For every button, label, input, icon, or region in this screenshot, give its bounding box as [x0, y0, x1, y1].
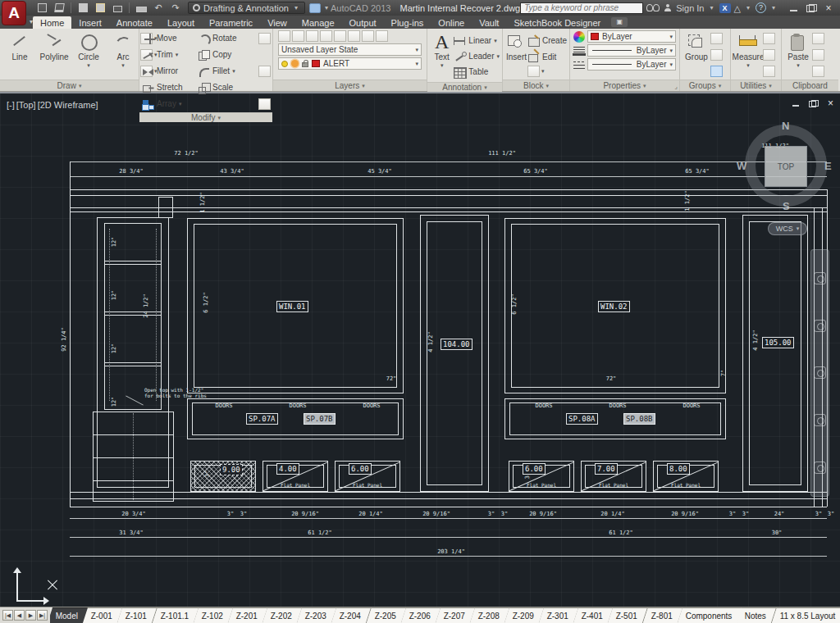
search-binoculars-icon[interactable]	[646, 4, 660, 12]
chevron-down-icon[interactable]: ▾	[746, 4, 750, 11]
minimize-icon[interactable]	[792, 100, 801, 107]
polyline-button[interactable]: Polyline	[37, 30, 71, 80]
layer-lock-button[interactable]	[362, 30, 374, 42]
fillet-button[interactable]: Fillet▾	[198, 63, 258, 79]
copy-button[interactable]: Copy	[198, 47, 258, 62]
undo-icon[interactable]: ↶	[151, 2, 166, 14]
layer-unisolate-button[interactable]	[320, 30, 332, 42]
linear-button[interactable]: Linear▾	[454, 33, 500, 48]
layer-match-button[interactable]	[292, 30, 304, 42]
navigation-wheel-icon[interactable]	[814, 272, 826, 284]
panel-launcher-icon[interactable]: ⌟	[674, 83, 678, 90]
scale-button[interactable]: Scale	[198, 80, 258, 95]
tab-online[interactable]: Online	[431, 16, 472, 29]
layer-off-button[interactable]	[348, 30, 360, 42]
autodesk-360-icon[interactable]: △	[734, 3, 741, 13]
help-icon[interactable]: ?	[756, 2, 766, 13]
tab-sketchbook-designer[interactable]: SketchBook Designer	[506, 16, 608, 29]
view-control[interactable]: [Top]	[16, 100, 36, 110]
tab-home[interactable]: Home	[33, 16, 71, 29]
leader-button[interactable]: Leader▾	[454, 48, 500, 64]
new-file-icon[interactable]	[34, 2, 49, 14]
layer-on-icon[interactable]	[281, 61, 288, 67]
tab-manage[interactable]: Manage	[294, 16, 342, 29]
print-icon[interactable]	[134, 2, 148, 14]
application-menu-button[interactable]: A ▾	[2, 1, 26, 25]
sketchbook-camera-icon[interactable]: ▣	[611, 17, 628, 27]
offset-button[interactable]	[258, 98, 271, 110]
group-edit-button[interactable]	[710, 49, 723, 61]
linetype-icon[interactable]	[573, 59, 585, 70]
lineweight-icon[interactable]	[573, 45, 585, 57]
panel-label-utilities[interactable]: Utilities▾	[731, 80, 781, 91]
layer-properties-button[interactable]	[278, 30, 290, 42]
copy-clip-button[interactable]	[812, 49, 824, 61]
sheet-tab-z-205[interactable]: Z-205	[367, 607, 407, 623]
lineweight-dropdown[interactable]: ByLayer ▾	[587, 44, 676, 57]
viewcube-south[interactable]: S	[783, 200, 790, 212]
redo-icon[interactable]: ↷	[168, 2, 183, 14]
table-button[interactable]: Table	[454, 64, 500, 80]
create-button[interactable]: Create	[527, 33, 567, 48]
layer-walk-button[interactable]	[376, 30, 388, 42]
layer-dropdown[interactable]: ALERT ▾	[278, 57, 422, 70]
viewcube-top-face[interactable]: TOP	[765, 146, 807, 187]
sheet-tab-z-101[interactable]: Z-101	[117, 607, 158, 623]
mirror-button[interactable]: Mirror	[142, 63, 196, 79]
chevron-down-icon[interactable]: ▾	[710, 4, 713, 11]
visual-style-control[interactable]: [2D Wireframe]	[38, 100, 98, 110]
rotate-button[interactable]: Rotate	[198, 30, 258, 46]
ungroup-button[interactable]	[710, 33, 723, 44]
insert-button[interactable]: Insert	[505, 30, 527, 80]
edit-button[interactable]: Edit	[527, 49, 567, 65]
group-selection-button[interactable]	[710, 66, 723, 77]
tab-parametric[interactable]: Parametric	[202, 16, 260, 29]
close-icon[interactable]: ×	[826, 100, 835, 107]
chevron-down-icon[interactable]: ▾	[772, 4, 775, 11]
tab-annotate[interactable]: Annotate	[109, 16, 160, 29]
stretch-button[interactable]: Stretch	[142, 80, 196, 95]
id-point-button[interactable]	[763, 66, 775, 77]
layer-thaw-icon[interactable]	[291, 60, 299, 67]
tab-plug-ins[interactable]: Plug-ins	[384, 16, 431, 29]
tab-output[interactable]: Output	[342, 16, 384, 29]
explode-button[interactable]	[258, 66, 271, 77]
tab-view[interactable]: View	[260, 16, 294, 29]
orbit-icon[interactable]	[814, 414, 826, 426]
next-tab-icon[interactable]: ▶	[25, 610, 36, 621]
prev-tab-icon[interactable]: ◀	[14, 610, 25, 621]
line-button[interactable]: Line	[2, 30, 37, 80]
text-button[interactable]: A Text ▾	[430, 30, 454, 82]
viewcube[interactable]: N W E S TOP	[743, 123, 829, 215]
sheet-tab-z-204[interactable]: Z-204	[331, 607, 372, 623]
layer-freeze-button[interactable]	[334, 30, 346, 42]
sheet-tab-z-501[interactable]: Z-501	[608, 607, 648, 623]
match-properties-button[interactable]	[812, 66, 824, 77]
model-space-canvas[interactable]: [-][Top][2D Wireframe] ×	[0, 93, 840, 607]
panel-label-layers[interactable]: Layers▾	[273, 80, 427, 91]
tab-insert[interactable]: Insert	[71, 16, 109, 29]
move-button[interactable]: Move	[142, 30, 196, 46]
array-button[interactable]: Array▾	[142, 96, 196, 111]
tab-layout[interactable]: Layout	[160, 16, 202, 29]
linetype-dropdown[interactable]: ByLayer ▾	[587, 58, 676, 70]
sheet-tab-components[interactable]: Components	[678, 607, 743, 623]
wcs-dropdown[interactable]: WCS ▾	[768, 222, 807, 235]
sheet-tab-notes[interactable]: Notes	[737, 607, 777, 623]
exchange-apps-icon[interactable]: X	[719, 3, 731, 13]
viewcube-east[interactable]: E	[824, 160, 832, 172]
paste-button[interactable]: Paste ▾	[784, 30, 812, 80]
sheet-tab-z-801[interactable]: Z-801	[643, 607, 683, 623]
panel-label-modify[interactable]: Modify▾	[139, 112, 272, 122]
save-icon[interactable]	[75, 2, 90, 14]
viewcube-north[interactable]: N	[782, 120, 789, 132]
sign-in-button[interactable]: Sign In	[676, 3, 704, 13]
panel-label-annotation[interactable]: Annotation▾	[427, 82, 502, 92]
viewport-menu-control[interactable]: [-]	[7, 100, 15, 110]
layer-unlock-icon[interactable]	[302, 62, 308, 67]
quick-select-button[interactable]	[763, 33, 775, 44]
arc-button[interactable]: Arc▾	[106, 30, 140, 80]
trim-button[interactable]: Trim▾	[142, 47, 196, 62]
panel-label-groups[interactable]: Groups▾	[680, 80, 730, 91]
tab-vault[interactable]: Vault	[472, 16, 506, 29]
